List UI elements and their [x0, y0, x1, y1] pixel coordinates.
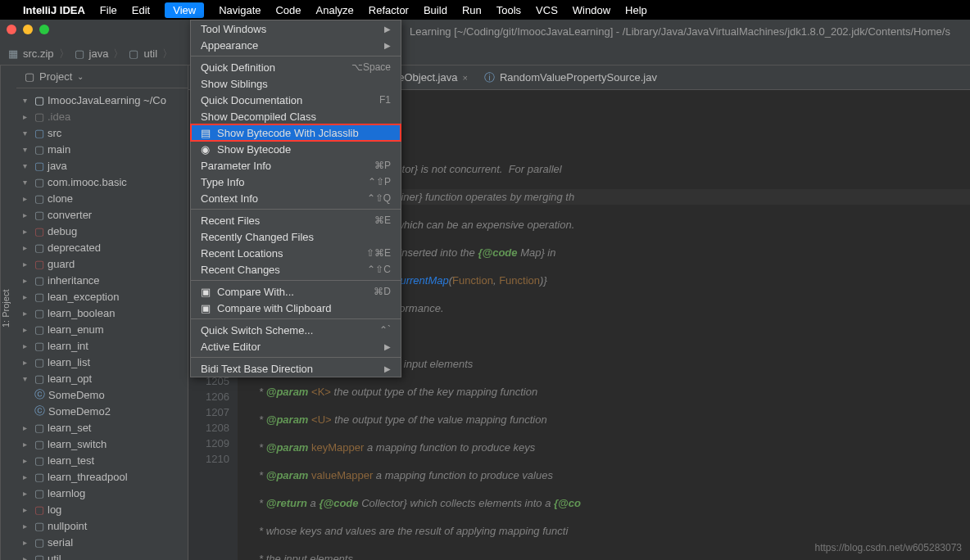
editor-tab[interactable]: ⓘRandomValuePropertySource.jav: [476, 65, 665, 89]
menu-item[interactable]: Quick Switch Scheme...⌃`: [191, 322, 401, 338]
menu-item[interactable]: Quick DocumentationF1: [191, 92, 401, 108]
tree-folder[interactable]: ▸▢converter: [16, 206, 188, 223]
window-controls: [7, 25, 49, 34]
tree-folder[interactable]: ▸▢guard: [16, 255, 188, 272]
tree-folder[interactable]: ▸▢nullpoint: [16, 517, 188, 534]
menu-item[interactable]: Parameter Info⌘P: [191, 157, 401, 174]
tab-label: RandomValuePropertySource.jav: [500, 71, 657, 84]
tree-folder[interactable]: ▾▢src: [16, 124, 188, 141]
menu-item[interactable]: Recent Changes⌃⇧C: [191, 261, 401, 278]
menu-item[interactable]: ▣Compare with Clipboard: [191, 300, 401, 316]
tree-folder[interactable]: ▸▢clone: [16, 190, 188, 206]
tree-folder[interactable]: ▸▢.idea: [16, 108, 188, 124]
menu-item[interactable]: Show Decompiled Class: [191, 108, 401, 124]
tree-folder[interactable]: ▸▢util: [16, 550, 188, 560]
project-header: ▢ Project ⌄: [16, 65, 188, 88]
tree-class[interactable]: ⓒSomeDemo: [16, 386, 188, 403]
tree-class[interactable]: ⓒSomeDemo2: [16, 403, 188, 419]
menu-navigate[interactable]: Navigate: [219, 4, 261, 16]
folder-icon: ▢: [129, 47, 138, 60]
menu-view[interactable]: View: [165, 2, 204, 18]
menu-item[interactable]: Active Editor▶: [191, 338, 401, 355]
breadcrumb-item[interactable]: util: [143, 47, 157, 60]
tree-folder[interactable]: ▸▢learn_test: [16, 452, 188, 468]
tree-folder[interactable]: ▸▢inheritance: [16, 272, 188, 288]
menu-item[interactable]: Appearance▶: [191, 37, 401, 53]
chevron-right-icon: 〉: [59, 47, 70, 61]
tree-folder[interactable]: ▸▢log: [16, 501, 188, 517]
watermark: https://blog.csdn.net/w605283073: [815, 542, 962, 553]
maximize-window[interactable]: [39, 25, 49, 34]
tree-folder[interactable]: ▸▢learn_int: [16, 337, 188, 354]
menu-item[interactable]: ◉Show Bytecode: [191, 141, 401, 157]
breadcrumb: ▦ src.zip 〉 ▢ java 〉 ▢ util 〉: [0, 43, 970, 65]
menu-build[interactable]: Build: [424, 4, 447, 16]
breadcrumb-item[interactable]: java: [89, 47, 109, 60]
project-tree: ▾▢ImoocJavaLearning ~/Co ▸▢.idea ▾▢src ▾…: [16, 88, 188, 560]
menu-item[interactable]: Type Info⌃⇧P: [191, 174, 401, 190]
close-tab-icon[interactable]: ×: [462, 73, 467, 83]
menu-item[interactable]: Recently Changed Files: [191, 228, 401, 245]
window-title: Learning [~/Coding/git/ImoocJavaLearning…: [410, 25, 950, 38]
menubar: IntelliJ IDEA File Edit View Navigate Co…: [0, 0, 970, 20]
chevron-right-icon: 〉: [162, 47, 173, 61]
java-file-icon: ⓘ: [484, 70, 495, 85]
menu-code[interactable]: Code: [275, 4, 301, 16]
chevron-right-icon: 〉: [113, 47, 124, 61]
app-name: IntelliJ IDEA: [23, 4, 85, 16]
menu-help[interactable]: Help: [625, 4, 647, 16]
tree-folder[interactable]: ▸▢learn_threadpool: [16, 468, 188, 485]
menu-item[interactable]: Bidi Text Base Direction▶: [191, 360, 401, 377]
project-tool-window: ▢ Project ⌄ ▾▢ImoocJavaLearning ~/Co ▸▢.…: [16, 65, 188, 560]
menu-tools[interactable]: Tools: [496, 4, 521, 16]
tree-folder[interactable]: ▾▢java: [16, 157, 188, 174]
tree-package[interactable]: ▾▢com.imooc.basic: [16, 174, 188, 190]
menu-window[interactable]: Window: [573, 4, 610, 16]
tree-folder[interactable]: ▸▢lean_exception: [16, 288, 188, 305]
tool-window-tab-project[interactable]: 1: Project: [0, 65, 16, 560]
tree-folder[interactable]: ▾▢learn_opt: [16, 370, 188, 386]
view-menu-popup: Tool Windows▶Appearance▶Quick Definition…: [190, 20, 401, 377]
breadcrumb-item[interactable]: src.zip: [23, 47, 54, 60]
menu-file[interactable]: File: [100, 4, 117, 16]
archive-icon: ▦: [8, 47, 18, 60]
tree-root[interactable]: ▾▢ImoocJavaLearning ~/Co: [16, 92, 188, 108]
menu-analyze[interactable]: Analyze: [316, 4, 354, 16]
menu-item[interactable]: ▣Compare With...⌘D: [191, 283, 401, 300]
menu-item[interactable]: Context Info⌃⇧Q: [191, 190, 401, 206]
project-view-label[interactable]: Project: [39, 70, 72, 83]
menu-refactor[interactable]: Refactor: [369, 4, 409, 16]
chevron-down-icon[interactable]: ⌄: [77, 72, 84, 81]
menu-run[interactable]: Run: [462, 4, 482, 16]
menu-edit[interactable]: Edit: [132, 4, 150, 16]
project-view-icon: ▢: [25, 70, 34, 83]
minimize-window[interactable]: [23, 25, 33, 34]
tree-folder[interactable]: ▸▢deprecated: [16, 239, 188, 255]
tree-folder[interactable]: ▸▢serial: [16, 534, 188, 550]
menu-item[interactable]: Show Siblings: [191, 75, 401, 92]
menu-item[interactable]: Quick Definition⌥Space: [191, 59, 401, 75]
menu-vcs[interactable]: VCS: [536, 4, 558, 16]
close-window[interactable]: [7, 25, 16, 34]
tree-folder[interactable]: ▸▢learnlog: [16, 485, 188, 501]
menu-item[interactable]: Recent Files⌘E: [191, 212, 401, 228]
tree-folder[interactable]: ▸▢learn_boolean: [16, 305, 188, 321]
tree-folder[interactable]: ▸▢learn_list: [16, 354, 188, 370]
tree-folder[interactable]: ▸▢learn_enum: [16, 321, 188, 337]
folder-icon: ▢: [75, 47, 84, 60]
tree-folder[interactable]: ▾▢main: [16, 141, 188, 157]
menu-item[interactable]: ▤Show Bytecode With Jclasslib: [191, 124, 401, 141]
tree-folder[interactable]: ▸▢learn_switch: [16, 436, 188, 452]
tree-folder[interactable]: ▸▢learn_set: [16, 419, 188, 436]
tree-folder[interactable]: ▸▢debug: [16, 223, 188, 239]
titlebar: Learning [~/Coding/git/ImoocJavaLearning…: [0, 20, 970, 43]
menu-item[interactable]: Tool Windows▶: [191, 20, 401, 37]
menu-item[interactable]: Recent Locations⇧⌘E: [191, 245, 401, 261]
